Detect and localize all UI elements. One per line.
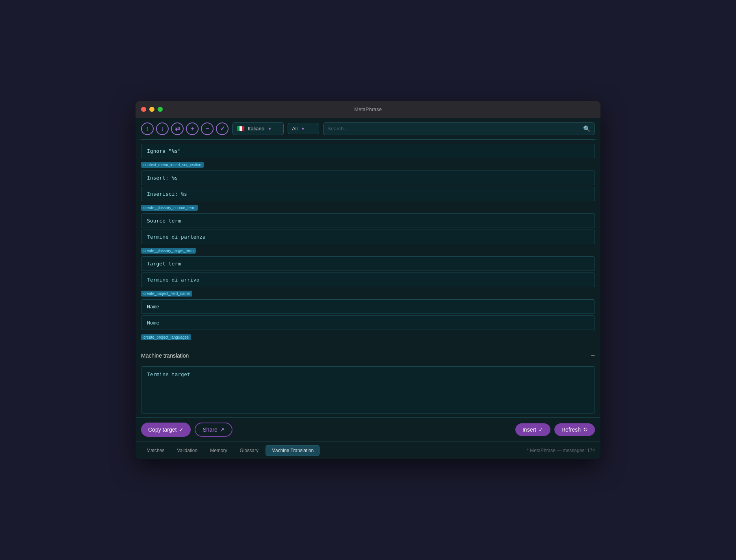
language-label: Italiano [248, 126, 264, 132]
tab-bar: Matches Validation Memory Glossary Machi… [136, 441, 600, 459]
filter-label: All [292, 126, 297, 132]
search-input[interactable] [327, 126, 583, 132]
translation-row-source: Target term [141, 256, 595, 271]
chevron-down-icon: ▼ [268, 126, 272, 131]
window-title: MetaPhrase [354, 106, 382, 112]
action-left: Copy target ✓ Share ↗ [141, 423, 232, 437]
row-target-text: Termine di arrivo [147, 277, 199, 283]
copy-target-icon: ✓ [179, 426, 184, 433]
copy-target-button[interactable]: Copy target ✓ [141, 423, 191, 437]
share-label: Share [203, 426, 217, 433]
translation-row: Ignora "%s" [141, 144, 595, 158]
toolbar: ↑ ↓ ⇄ + − ✓ 🇮🇹 Italiano ▼ All ▼ 🔍 [136, 118, 600, 139]
key-label: context_menu_insert_suggestion [141, 162, 204, 168]
toolbar-icons: ↑ ↓ ⇄ + − ✓ [141, 122, 229, 135]
upload-button[interactable]: ↑ [141, 122, 154, 135]
translation-group: context_menu_insert_suggestion Insert: %… [141, 161, 595, 201]
add-button[interactable]: + [186, 122, 199, 135]
row-source-text: Source term [147, 218, 181, 224]
tab-matches[interactable]: Matches [141, 445, 170, 456]
app-window: MetaPhrase ↑ ↓ ⇄ + − ✓ 🇮🇹 Italiano ▼ All… [136, 101, 600, 459]
refresh-icon: ↻ [583, 426, 588, 433]
tabs: Matches Validation Memory Glossary Machi… [141, 445, 320, 456]
machine-translation-section: Machine translation − Termine target [136, 346, 600, 417]
filter-dropdown[interactable]: All ▼ [288, 123, 319, 134]
translation-row-source: Source term [141, 213, 595, 228]
tab-validation[interactable]: Validation [171, 445, 203, 456]
row-target-text: Termine di partenza [147, 234, 206, 240]
minimize-button[interactable] [149, 107, 154, 112]
maximize-button[interactable] [158, 107, 163, 112]
translation-row-target: Nome [141, 315, 595, 330]
mt-title: Machine translation [141, 352, 189, 359]
content-area: Ignora "%s" context_menu_insert_suggesti… [136, 140, 600, 346]
search-icon[interactable]: 🔍 [583, 125, 591, 132]
row-source-text: Insert: %s [147, 175, 178, 181]
insert-button[interactable]: Insert ✓ [515, 423, 550, 436]
share-icon: ↗ [220, 426, 225, 433]
action-bar: Copy target ✓ Share ↗ Insert ✓ Refresh ↻ [136, 417, 600, 441]
window-controls [141, 107, 163, 112]
row-target-text: Inserisci: %s [147, 191, 187, 197]
key-label: create_glossary_target_term [141, 248, 196, 254]
mt-textarea[interactable]: Termine target [141, 366, 595, 414]
row-target-text: Nome [147, 320, 159, 326]
translation-row-target: Termine di arrivo [141, 273, 595, 287]
translation-row-source: Name [141, 299, 595, 314]
row-source-text: Name [147, 304, 159, 310]
swap-button[interactable]: ⇄ [171, 122, 184, 135]
confirm-button[interactable]: ✓ [216, 122, 229, 135]
close-button[interactable] [141, 107, 146, 112]
row-source-text: Ignora "%s" [147, 148, 181, 154]
refresh-label: Refresh [561, 426, 581, 433]
language-dropdown[interactable]: 🇮🇹 Italiano ▼ [232, 122, 284, 135]
mt-header: Machine translation − [141, 348, 595, 363]
chevron-down-icon: ▼ [301, 126, 305, 131]
translation-row-target: Termine di partenza [141, 230, 595, 244]
flag-icon: 🇮🇹 [237, 125, 245, 132]
translation-row-target: Inserisci: %s [141, 187, 595, 201]
insert-label: Insert [522, 426, 536, 433]
titlebar: MetaPhrase [136, 101, 600, 118]
tab-glossary[interactable]: Glossary [234, 445, 264, 456]
status-text: * MetaPhrase — messages: 174 [527, 448, 595, 453]
mt-collapse-button[interactable]: − [591, 351, 595, 360]
tab-memory[interactable]: Memory [204, 445, 232, 456]
row-source-text: Target term [147, 261, 181, 267]
translation-group: create_glossary_target_term Target term … [141, 247, 595, 287]
translation-group: create_project_field_name Name Nome [141, 289, 595, 330]
translation-group: create_glossary_source_term Source term … [141, 204, 595, 244]
tab-machine-translation[interactable]: Machine Translation [266, 445, 320, 456]
key-label: create_glossary_source_term [141, 205, 198, 211]
translation-row-source: Insert: %s [141, 171, 595, 185]
download-button[interactable]: ↓ [156, 122, 169, 135]
search-bar: 🔍 [323, 122, 595, 135]
copy-target-label: Copy target [148, 426, 177, 433]
action-right: Insert ✓ Refresh ↻ [515, 423, 595, 436]
insert-icon: ✓ [539, 426, 543, 433]
share-button[interactable]: Share ↗ [195, 423, 232, 437]
refresh-button[interactable]: Refresh ↻ [554, 423, 595, 436]
remove-button[interactable]: − [201, 122, 214, 135]
key-label-partial: create_project_languages [141, 334, 191, 340]
key-label: create_project_field_name [141, 291, 192, 297]
